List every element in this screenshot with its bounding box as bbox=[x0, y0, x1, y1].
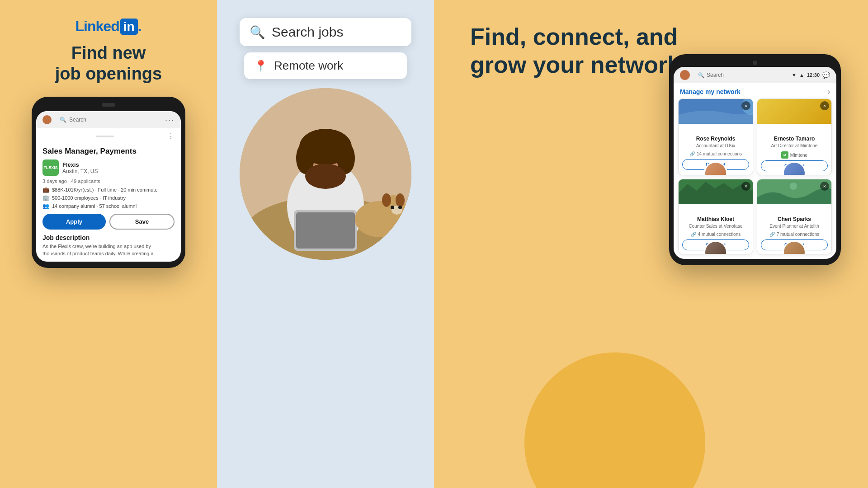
phone-screen-left: 🔍 Search ··· ⋮ Sales Manager, Payments F… bbox=[36, 111, 181, 262]
chevron-right-icon: › bbox=[828, 88, 830, 96]
close-card-3[interactable]: × bbox=[741, 182, 750, 191]
people-icon: 👥 bbox=[42, 203, 49, 209]
company-size-row: 🏢 500-1000 employees · IT industry bbox=[42, 195, 175, 201]
company-badge-ernesto: M Mimtone bbox=[761, 151, 828, 159]
phone-mockup-left: 🔍 Search ··· ⋮ Sales Manager, Payments F… bbox=[32, 97, 185, 268]
apply-button[interactable]: Apply bbox=[42, 214, 106, 230]
manage-network-row[interactable]: Manage my network › bbox=[674, 83, 836, 99]
cheri-role: Event Planner at Antelith bbox=[761, 223, 828, 229]
search-jobs-text: Search jobs bbox=[272, 24, 343, 40]
phone-screen-right: 🔍 Search ▼ ▲ 12:30 💬 Manage my network › bbox=[674, 67, 836, 259]
mutual-icon-3: 🔗 bbox=[691, 232, 696, 237]
job-title: Sales Manager, Payments bbox=[42, 147, 175, 156]
avatar-right bbox=[680, 70, 690, 80]
company-logo: FLEXIS bbox=[42, 160, 59, 176]
matthias-name: Matthias Kloet bbox=[682, 216, 749, 222]
card-banner-1: × bbox=[679, 99, 753, 124]
panel-search-jobs: 🔍 Search jobs 📍 Remote work bbox=[217, 0, 434, 488]
rose-name: Rose Reynolds bbox=[682, 136, 749, 142]
rose-mutual: 🔗 14 mutual connections bbox=[682, 151, 749, 156]
search-icon-large: 🔍 bbox=[250, 25, 265, 40]
location-pin-icon: 📍 bbox=[254, 60, 268, 72]
card-banner-3: × bbox=[679, 179, 753, 204]
remote-work-box[interactable]: 📍 Remote work bbox=[244, 52, 407, 79]
close-card-1[interactable]: × bbox=[741, 101, 750, 110]
linkedin-wordmark: Linked bbox=[75, 18, 119, 35]
linkedin-logo: Linked in . bbox=[75, 18, 142, 35]
alumni-row: 👥 14 company alumni · 57 school alumni bbox=[42, 203, 175, 209]
job-meta: 3 days ago · 49 applicants bbox=[42, 178, 175, 184]
network-card-matthias: × Matthias Kloet Counter Sales at Venofa… bbox=[678, 179, 753, 254]
close-card-2[interactable]: × bbox=[820, 101, 829, 110]
person-svg bbox=[240, 88, 411, 260]
svg-point-12 bbox=[382, 193, 391, 207]
svg-rect-9 bbox=[296, 212, 355, 249]
ernesto-name: Ernesto Tamaro bbox=[761, 136, 828, 142]
company-location: Austin, TX, US bbox=[62, 168, 98, 174]
job-description-title: Job description bbox=[42, 234, 175, 241]
card-banner-2: × bbox=[757, 99, 831, 124]
banner-forest bbox=[679, 179, 753, 204]
panel-network: Find, connect, and grow your network 🔍 S… bbox=[434, 0, 868, 488]
person-illustration bbox=[240, 88, 411, 260]
rose-role: Accountant at ITKix bbox=[682, 143, 749, 149]
ernesto-role: Art Director at Mimtone bbox=[761, 143, 828, 149]
job-action-buttons: Apply Save bbox=[42, 214, 175, 230]
mutual-icon-1: 🔗 bbox=[689, 151, 695, 156]
job-more-options-icon[interactable]: ⋮ bbox=[167, 132, 175, 141]
salary-icon: 💼 bbox=[42, 187, 49, 193]
decorative-circle bbox=[524, 352, 705, 488]
phone-mockup-right: 🔍 Search ▼ ▲ 12:30 💬 Manage my network › bbox=[669, 54, 841, 265]
network-cards-grid: × Rose Reynolds Accountant at ITKix 🔗 14… bbox=[674, 99, 836, 259]
matthias-mutual: 🔗 4 mutual connections bbox=[682, 232, 749, 237]
phone-status-bar: 🔍 Search ··· bbox=[36, 111, 181, 128]
network-card-cheri: × Cheri Sparks Event Planner at Antelith… bbox=[757, 179, 832, 254]
mutual-icon-4: 🔗 bbox=[769, 232, 775, 237]
phone-avatar-small bbox=[42, 115, 52, 124]
matthias-role: Counter Sales at Venofase bbox=[682, 223, 749, 229]
card-banner-4: × bbox=[757, 179, 831, 204]
network-card-ernesto: × Ernesto Tamaro Art Director at Mimtone… bbox=[757, 99, 832, 175]
time-right: 12:30 bbox=[807, 72, 820, 78]
svg-point-15 bbox=[391, 206, 394, 209]
more-options-icon[interactable]: ··· bbox=[165, 115, 175, 125]
save-button[interactable]: Save bbox=[109, 214, 175, 230]
drag-handle bbox=[96, 136, 114, 137]
company-row: FLEXIS Flexis Austin, TX, US bbox=[42, 160, 175, 176]
search-label-small: Search bbox=[69, 117, 86, 123]
hero-photo-circle bbox=[240, 88, 411, 260]
mimtone-logo: M bbox=[781, 151, 788, 159]
panel-left-title: Find new job openings bbox=[55, 43, 162, 84]
phone-status-bar-right: 🔍 Search ▼ ▲ 12:30 💬 bbox=[674, 67, 836, 83]
company-name-ernesto: Mimtone bbox=[790, 153, 807, 158]
phone-camera-right bbox=[753, 61, 757, 65]
wifi-icon-right: ▲ bbox=[799, 72, 804, 78]
search-jobs-box[interactable]: 🔍 Search jobs bbox=[240, 18, 411, 46]
network-card-rose: × Rose Reynolds Accountant at ITKix 🔗 14… bbox=[678, 99, 753, 175]
network-icon: ▼ bbox=[792, 72, 797, 78]
cheri-mutual: 🔗 7 mutual connections bbox=[761, 232, 828, 237]
banner-landscape-1 bbox=[679, 99, 753, 124]
close-card-4[interactable]: × bbox=[820, 182, 829, 191]
company-name: Flexis bbox=[62, 161, 98, 168]
search-icon-small: 🔍 bbox=[60, 117, 66, 123]
job-description-text: As the Flexis crew, we're building an ap… bbox=[42, 243, 175, 257]
search-icon-right: 🔍 bbox=[698, 72, 704, 78]
cheri-name: Cheri Sparks bbox=[761, 216, 828, 222]
manage-network-label: Manage my network bbox=[680, 88, 741, 95]
panel-find-jobs: Linked in . Find new job openings 🔍 Sear… bbox=[0, 0, 217, 488]
phone-search-area[interactable]: 🔍 Search bbox=[54, 114, 161, 126]
search-right-area[interactable]: 🔍 Search bbox=[693, 70, 774, 80]
salary-row: 💼 $88K-101K/yr(est.) · Full time · 20 mi… bbox=[42, 187, 175, 193]
building-icon: 🏢 bbox=[42, 195, 49, 201]
svg-point-7 bbox=[305, 164, 346, 189]
linkedin-in-badge: in bbox=[120, 19, 138, 35]
location-text: Remote work bbox=[274, 59, 343, 73]
company-info: Flexis Austin, TX, US bbox=[62, 161, 98, 174]
banner-aerial bbox=[757, 179, 831, 204]
svg-point-21 bbox=[790, 183, 797, 190]
panel-right-title: Find, connect, and grow your network bbox=[470, 23, 680, 79]
message-icon-right[interactable]: 💬 bbox=[822, 71, 830, 79]
job-details: 💼 $88K-101K/yr(est.) · Full time · 20 mi… bbox=[42, 187, 175, 209]
svg-point-13 bbox=[396, 193, 405, 207]
